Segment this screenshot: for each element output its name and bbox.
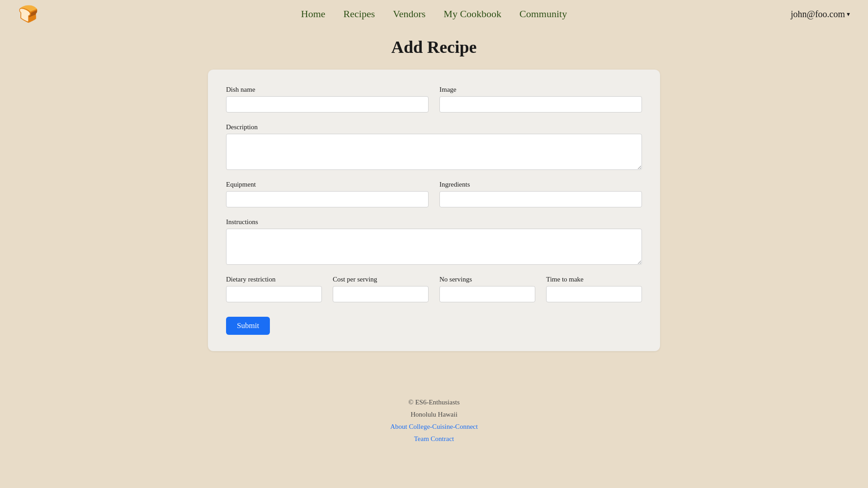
nav-vendors[interactable]: Vendors	[393, 8, 425, 19]
instructions-group: Instructions	[226, 218, 642, 265]
logo-icon: 🍞	[18, 5, 38, 23]
navigation: 🍞 Home Recipes Vendors My Cookbook Commu…	[0, 0, 868, 28]
main-content: Add Recipe Dish name Image Description E…	[0, 28, 868, 369]
nav-links: Home Recipes Vendors My Cookbook Communi…	[301, 8, 567, 20]
dish-name-group: Dish name	[226, 86, 429, 113]
nav-home[interactable]: Home	[301, 8, 326, 19]
no-servings-group: No servings	[439, 276, 535, 302]
no-servings-input[interactable]	[439, 286, 535, 302]
no-servings-label: No servings	[439, 276, 535, 283]
image-label: Image	[439, 86, 642, 94]
dietary-restriction-label: Dietary restriction	[226, 276, 322, 283]
cost-per-serving-group: Cost per serving	[333, 276, 429, 302]
row-dietary-cost-servings-time: Dietary restriction Cost per serving No …	[226, 276, 642, 302]
nav-recipes[interactable]: Recipes	[344, 8, 375, 19]
equipment-group: Equipment	[226, 181, 429, 207]
ingredients-input[interactable]	[439, 191, 642, 207]
row-instructions: Instructions	[226, 218, 642, 265]
chevron-down-icon: ▾	[847, 10, 850, 18]
nav-community[interactable]: Community	[519, 8, 567, 19]
about-link[interactable]: About College-Cuisine-Connect	[0, 421, 868, 433]
submit-button[interactable]: Submit	[226, 317, 270, 335]
description-group: Description	[226, 123, 642, 170]
dish-name-label: Dish name	[226, 86, 429, 94]
ingredients-label: Ingredients	[439, 181, 642, 188]
dietary-restriction-input[interactable]	[226, 286, 322, 302]
instructions-textarea[interactable]	[226, 229, 642, 265]
team-contract-link[interactable]: Team Contract	[0, 433, 868, 445]
image-group: Image	[439, 86, 642, 113]
equipment-input[interactable]	[226, 191, 429, 207]
description-textarea[interactable]	[226, 134, 642, 170]
cost-per-serving-label: Cost per serving	[333, 276, 429, 283]
user-menu[interactable]: john@foo.com ▾	[791, 9, 850, 19]
time-to-make-label: Time to make	[546, 276, 642, 283]
footer-location: Honolulu Hawaii	[0, 408, 868, 421]
footer-copyright: © ES6-Enthusiasts	[0, 396, 868, 408]
time-to-make-input[interactable]	[546, 286, 642, 302]
instructions-label: Instructions	[226, 218, 642, 226]
dish-name-input[interactable]	[226, 96, 429, 113]
row-dish-image: Dish name Image	[226, 86, 642, 113]
nav-my-cookbook[interactable]: My Cookbook	[443, 8, 501, 19]
user-email: john@foo.com	[791, 9, 845, 19]
dietary-restriction-group: Dietary restriction	[226, 276, 322, 302]
description-label: Description	[226, 123, 642, 131]
row-equipment-ingredients: Equipment Ingredients	[226, 181, 642, 207]
cost-per-serving-input[interactable]	[333, 286, 429, 302]
footer: © ES6-Enthusiasts Honolulu Hawaii About …	[0, 396, 868, 445]
recipe-form-card: Dish name Image Description Equipment In…	[208, 70, 660, 351]
time-to-make-group: Time to make	[546, 276, 642, 302]
image-input[interactable]	[439, 96, 642, 113]
ingredients-group: Ingredients	[439, 181, 642, 207]
page-title: Add Recipe	[392, 37, 477, 57]
equipment-label: Equipment	[226, 181, 429, 188]
row-description: Description	[226, 123, 642, 170]
